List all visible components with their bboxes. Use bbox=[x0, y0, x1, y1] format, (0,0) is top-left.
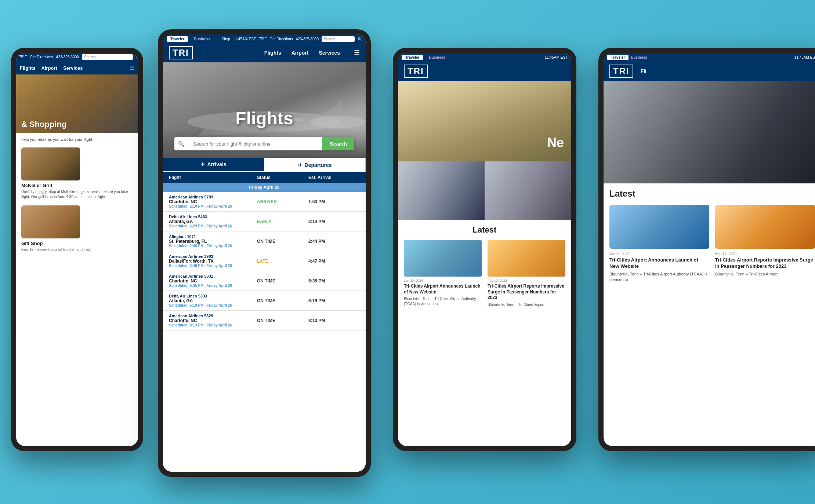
right-tab-business[interactable]: Business bbox=[425, 55, 449, 60]
col-arrival-header: Est. Arrival bbox=[308, 175, 360, 180]
center-arrivals-tab[interactable]: ✈ Arrivals bbox=[163, 158, 264, 172]
flight-est-time: 2:44 PM bbox=[308, 239, 360, 244]
left-tablet: 75°F Get Directions 423-325-6000 🔍 Fligh… bbox=[11, 48, 143, 451]
far-right-news-excerpt-1: Blountville, Tenn – Tri-Cities Airport A… bbox=[609, 271, 709, 283]
left-nav-airport[interactable]: Airport bbox=[41, 65, 57, 71]
flight-scheduled: Scheduled: 6:19 PM | Friday April 26 bbox=[169, 303, 257, 307]
table-row[interactable]: American Airlines 3903 Dallas/Fort Worth… bbox=[163, 251, 366, 271]
left-venue-2-name: Gift Shop bbox=[21, 241, 133, 246]
table-row[interactable]: Allegiant 1071 St. Petersburg, FL Schedu… bbox=[163, 231, 366, 251]
table-row[interactable]: Delta Air Lines 5303 Atlanta, GA Schedul… bbox=[163, 291, 366, 311]
center-topbar: Traveler Business Shop 11:45AM EST 75°F … bbox=[163, 34, 366, 43]
far-right-tab-traveler[interactable]: Traveler bbox=[607, 55, 629, 60]
center-hamburger-icon[interactable]: ☰ bbox=[354, 49, 360, 57]
center-shop-link[interactable]: Shop bbox=[222, 37, 230, 41]
flight-scheduled: Scheduled: 5:35 PM | Friday April 26 bbox=[169, 284, 257, 288]
far-right-topbar: Traveler Business 11:45AM EST bbox=[604, 53, 815, 62]
far-right-nav-partial: Fli bbox=[641, 68, 646, 74]
far-right-time: 11:45AM EST bbox=[794, 55, 815, 59]
right-tablet: Traveler Business 11:45AM EST TRI Ne Lat… bbox=[393, 48, 576, 451]
center-hero-title: Flights bbox=[235, 108, 293, 128]
right-news-card-2[interactable]: Feb 13, 2024 Tri-Cities Airport Reports … bbox=[488, 240, 565, 307]
center-hero-search-icon: 🔍 bbox=[174, 137, 188, 150]
right-logo[interactable]: TRI bbox=[404, 65, 428, 78]
far-right-news-headline-2: Tri-Cities Airport Reports Impressive Su… bbox=[715, 257, 815, 270]
left-hero: & Shopping bbox=[16, 74, 138, 133]
flight-status: ON TIME bbox=[257, 239, 308, 244]
flight-status: ON TIME bbox=[257, 318, 308, 323]
left-hamburger-icon[interactable]: ☰ bbox=[129, 65, 134, 72]
left-nav-flights[interactable]: Flights bbox=[20, 65, 36, 71]
table-row[interactable]: American Airlines 5829 Charlotte, NC Sch… bbox=[163, 311, 366, 330]
center-tab-traveler[interactable]: Traveler bbox=[167, 36, 188, 42]
center-nav: Flights Airport Services ☰ bbox=[264, 49, 360, 57]
left-temp: 75°F bbox=[19, 55, 27, 59]
center-hero-search-input[interactable] bbox=[188, 137, 322, 150]
center-temp: 75°F bbox=[259, 37, 267, 41]
center-search-button[interactable]: Search bbox=[322, 137, 354, 150]
center-departures-tab[interactable]: ✈ Departures bbox=[264, 158, 366, 172]
right-news-headline-1: Tri-Cities Airport Announces Launch of N… bbox=[404, 284, 482, 295]
far-right-news-card-1[interactable]: Jan 30, 2024 Tri-Cities Airport Announce… bbox=[609, 205, 709, 283]
far-right-news-excerpt-2: Blountville, Tenn – Tri-Cities Airport bbox=[715, 271, 815, 277]
left-search-input[interactable] bbox=[82, 54, 133, 60]
center-directions[interactable]: Get Directions bbox=[269, 37, 293, 41]
center-search-input[interactable] bbox=[322, 36, 355, 42]
left-topbar: 75°F Get Directions 423-325-6000 🔍 bbox=[16, 53, 138, 61]
col-status-header: Status bbox=[257, 175, 308, 180]
table-row[interactable]: American Airlines 5789 Charlotte, NC Sch… bbox=[163, 192, 366, 212]
far-right-news-card-2[interactable]: Feb 13, 2024 Tri-Cities Airport Reports … bbox=[715, 205, 815, 283]
right-news-date-1: Jan 30, 2024 bbox=[404, 279, 482, 282]
right-hero-heading: Ne bbox=[547, 135, 564, 150]
right-hero-bg bbox=[398, 81, 571, 161]
flight-est-time: 8:13 PM bbox=[308, 318, 360, 323]
left-venue-2-desc: East Tennessee has a lot to offer, and t… bbox=[21, 247, 133, 252]
plane-departures-icon: ✈ bbox=[298, 162, 303, 168]
right-topbar: Traveler Business 11:45AM EST bbox=[398, 53, 571, 62]
center-tablet: Traveler Business Shop 11:45AM EST 75°F … bbox=[158, 29, 371, 477]
left-phone[interactable]: 423-325-6000 bbox=[56, 55, 79, 59]
right-article-images bbox=[398, 161, 571, 220]
far-right-tab-business[interactable]: Business bbox=[631, 55, 647, 59]
left-venue-2: Gift Shop East Tennessee has a lot to of… bbox=[21, 205, 133, 252]
right-tab-traveler[interactable]: Traveler bbox=[402, 55, 423, 60]
center-nav-airport[interactable]: Airport bbox=[291, 50, 309, 56]
center-search-icon[interactable]: 🔍 bbox=[358, 37, 362, 41]
center-logo[interactable]: TRI bbox=[169, 46, 193, 59]
right-hero: Ne bbox=[398, 81, 571, 161]
flight-city: Atlanta, GA bbox=[169, 298, 257, 303]
col-flight-header: Flight bbox=[169, 175, 257, 180]
arrivals-label: Arrivals bbox=[207, 161, 226, 167]
left-search-icon[interactable]: 🔍 bbox=[136, 55, 138, 59]
center-flight-tabs: ✈ Arrivals ✈ Departures bbox=[163, 158, 366, 172]
right-news-headline-2: Tri-Cities Airport Reports Impressive Su… bbox=[488, 284, 565, 301]
far-right-hero-overlay bbox=[604, 81, 815, 183]
left-nav-services[interactable]: Services bbox=[63, 65, 83, 71]
right-news-excerpt-2: Blountville, Tenn – Tri-Cities Airport bbox=[488, 302, 565, 307]
right-news-image-1 bbox=[404, 240, 482, 277]
flight-status: ON TIME bbox=[257, 298, 308, 303]
far-right-tablet: Traveler Business 11:45AM EST TRI Fli La… bbox=[598, 48, 815, 451]
right-news-date-2: Feb 13, 2024 bbox=[488, 279, 565, 282]
right-news-card-1[interactable]: Jan 30, 2024 Tri-Cities Airport Announce… bbox=[404, 240, 482, 307]
center-phone[interactable]: 423-325-6000 bbox=[296, 37, 319, 41]
table-row[interactable]: Delta Air Lines 5483 Atlanta, GA Schedul… bbox=[163, 212, 366, 231]
table-row[interactable]: American Airlines 5831 Charlotte, NC Sch… bbox=[163, 271, 366, 291]
flight-scheduled: Scheduled: 8:13 PM | Friday April 26 bbox=[169, 323, 257, 327]
flight-airline: Allegiant 1071 bbox=[169, 234, 257, 239]
center-logobar: TRI Flights Airport Services ☰ bbox=[163, 43, 366, 62]
center-flights-table: Flight Status Est. Arrival Friday April … bbox=[163, 172, 366, 472]
flight-city: Charlotte, NC bbox=[169, 199, 257, 204]
far-right-logo[interactable]: TRI bbox=[609, 65, 633, 78]
center-tab-business[interactable]: Business bbox=[190, 36, 214, 42]
flight-est-time: 2:14 PM bbox=[308, 219, 360, 224]
flight-city: Charlotte, NC bbox=[169, 318, 257, 323]
flight-scheduled: Scheduled: 2:48 PM | Friday April 26 bbox=[169, 244, 257, 248]
flight-city: Atlanta, GA bbox=[169, 219, 257, 224]
flight-airline: American Airlines 5829 bbox=[169, 314, 257, 318]
left-intro-text: help you relax as you wait for your flig… bbox=[21, 137, 133, 142]
center-nav-flights[interactable]: Flights bbox=[264, 50, 281, 56]
left-hero-heading: & Shopping bbox=[21, 120, 66, 129]
center-nav-services[interactable]: Services bbox=[319, 50, 340, 56]
left-directions[interactable]: Get Directions bbox=[30, 55, 53, 59]
